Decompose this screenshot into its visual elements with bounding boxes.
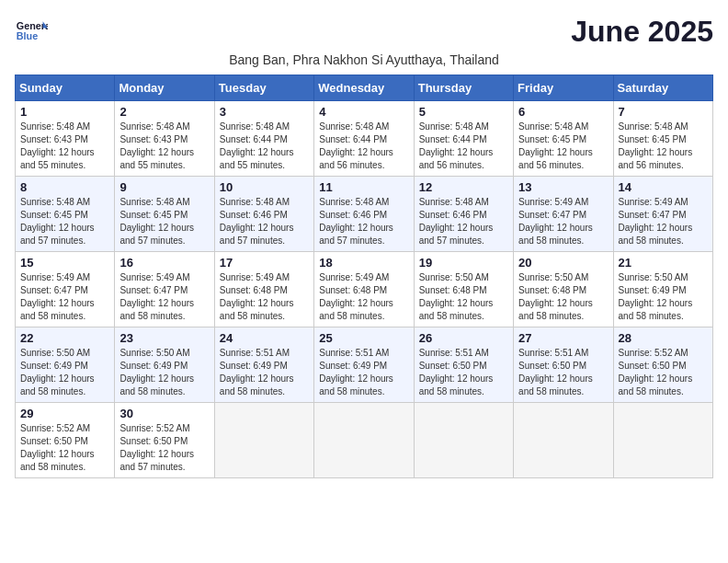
day-number: 27	[518, 331, 608, 345]
day-number: 1	[20, 105, 109, 119]
day-info: Sunrise: 5:49 AMSunset: 6:47 PMDaylight:…	[119, 272, 194, 321]
day-info: Sunrise: 5:48 AMSunset: 6:44 PMDaylight:…	[220, 121, 294, 170]
day-info: Sunrise: 5:48 AMSunset: 6:45 PMDaylight:…	[619, 121, 693, 170]
day-info: Sunrise: 5:49 AMSunset: 6:47 PMDaylight:…	[518, 197, 593, 246]
day-info: Sunrise: 5:51 AMSunset: 6:49 PMDaylight:…	[220, 348, 294, 396]
day-info: Sunrise: 5:48 AMSunset: 6:45 PMDaylight:…	[518, 121, 593, 170]
logo-icon: General Blue	[15, 15, 48, 48]
day-number: 12	[419, 180, 508, 194]
day-info: Sunrise: 5:48 AMSunset: 6:46 PMDaylight:…	[419, 197, 494, 246]
day-info: Sunrise: 5:49 AMSunset: 6:48 PMDaylight:…	[220, 272, 294, 321]
table-row: 15 Sunrise: 5:49 AMSunset: 6:47 PMDaylig…	[16, 252, 115, 327]
day-number: 5	[419, 105, 508, 119]
col-sunday: Sunday	[16, 75, 115, 101]
table-row	[214, 403, 313, 478]
day-number: 23	[119, 331, 209, 345]
table-row: 23 Sunrise: 5:50 AMSunset: 6:49 PMDaylig…	[115, 327, 214, 403]
day-info: Sunrise: 5:50 AMSunset: 6:48 PMDaylight:…	[419, 272, 494, 321]
table-row: 13 Sunrise: 5:49 AMSunset: 6:47 PMDaylig…	[514, 177, 613, 252]
day-number: 26	[419, 331, 508, 345]
table-row	[414, 403, 513, 478]
day-number: 4	[319, 105, 408, 119]
day-number: 16	[119, 256, 209, 270]
table-row: 16 Sunrise: 5:49 AMSunset: 6:47 PMDaylig…	[115, 252, 214, 327]
day-number: 22	[20, 331, 109, 345]
table-row: 27 Sunrise: 5:51 AMSunset: 6:50 PMDaylig…	[514, 327, 613, 403]
table-row: 4 Sunrise: 5:48 AMSunset: 6:44 PMDayligh…	[314, 101, 414, 177]
day-number: 15	[20, 256, 109, 270]
calendar-row: 22 Sunrise: 5:50 AMSunset: 6:49 PMDaylig…	[16, 327, 713, 403]
page-subtitle: Bang Ban, Phra Nakhon Si Ayutthaya, Thai…	[15, 52, 713, 67]
col-saturday: Saturday	[613, 75, 712, 101]
day-number: 8	[20, 180, 109, 194]
table-row: 25 Sunrise: 5:51 AMSunset: 6:49 PMDaylig…	[314, 327, 414, 403]
table-row: 24 Sunrise: 5:51 AMSunset: 6:49 PMDaylig…	[214, 327, 313, 403]
col-tuesday: Tuesday	[214, 75, 313, 101]
day-info: Sunrise: 5:48 AMSunset: 6:44 PMDaylight:…	[319, 121, 393, 170]
day-info: Sunrise: 5:49 AMSunset: 6:48 PMDaylight:…	[319, 272, 393, 321]
col-monday: Monday	[115, 75, 214, 101]
day-number: 10	[220, 180, 309, 194]
table-row: 5 Sunrise: 5:48 AMSunset: 6:44 PMDayligh…	[414, 101, 513, 177]
table-row: 2 Sunrise: 5:48 AMSunset: 6:43 PMDayligh…	[115, 101, 214, 177]
day-info: Sunrise: 5:49 AMSunset: 6:47 PMDaylight:…	[20, 272, 95, 321]
day-info: Sunrise: 5:50 AMSunset: 6:49 PMDaylight:…	[20, 348, 95, 396]
calendar-row: 15 Sunrise: 5:49 AMSunset: 6:47 PMDaylig…	[16, 252, 713, 327]
table-row: 20 Sunrise: 5:50 AMSunset: 6:48 PMDaylig…	[514, 252, 613, 327]
day-info: Sunrise: 5:51 AMSunset: 6:49 PMDaylight:…	[319, 348, 393, 396]
table-row: 7 Sunrise: 5:48 AMSunset: 6:45 PMDayligh…	[613, 101, 712, 177]
table-row	[314, 403, 414, 478]
day-info: Sunrise: 5:49 AMSunset: 6:47 PMDaylight:…	[619, 197, 693, 246]
day-info: Sunrise: 5:51 AMSunset: 6:50 PMDaylight:…	[419, 348, 494, 396]
day-number: 30	[119, 407, 209, 420]
page-title: June 2025	[571, 15, 713, 49]
table-row: 12 Sunrise: 5:48 AMSunset: 6:46 PMDaylig…	[414, 177, 513, 252]
day-info: Sunrise: 5:48 AMSunset: 6:44 PMDaylight:…	[419, 121, 494, 170]
day-info: Sunrise: 5:48 AMSunset: 6:46 PMDaylight:…	[220, 197, 294, 246]
day-number: 9	[119, 180, 209, 194]
table-row: 26 Sunrise: 5:51 AMSunset: 6:50 PMDaylig…	[414, 327, 513, 403]
day-info: Sunrise: 5:48 AMSunset: 6:45 PMDaylight:…	[20, 197, 95, 246]
day-number: 17	[220, 256, 309, 270]
table-row: 22 Sunrise: 5:50 AMSunset: 6:49 PMDaylig…	[16, 327, 115, 403]
day-info: Sunrise: 5:52 AMSunset: 6:50 PMDaylight:…	[119, 423, 194, 472]
day-number: 6	[518, 105, 608, 119]
day-info: Sunrise: 5:48 AMSunset: 6:43 PMDaylight:…	[20, 121, 95, 170]
day-number: 19	[419, 256, 508, 270]
day-number: 28	[619, 331, 708, 345]
day-info: Sunrise: 5:48 AMSunset: 6:46 PMDaylight:…	[319, 197, 393, 246]
day-number: 2	[119, 105, 209, 119]
page-header: General Blue June 2025	[15, 15, 713, 49]
table-row: 30 Sunrise: 5:52 AMSunset: 6:50 PMDaylig…	[115, 403, 214, 478]
day-info: Sunrise: 5:50 AMSunset: 6:48 PMDaylight:…	[518, 272, 593, 321]
table-row: 14 Sunrise: 5:49 AMSunset: 6:47 PMDaylig…	[613, 177, 712, 252]
col-thursday: Thursday	[414, 75, 513, 101]
day-info: Sunrise: 5:50 AMSunset: 6:49 PMDaylight:…	[119, 348, 194, 396]
table-row: 3 Sunrise: 5:48 AMSunset: 6:44 PMDayligh…	[214, 101, 313, 177]
col-friday: Friday	[514, 75, 613, 101]
table-row: 17 Sunrise: 5:49 AMSunset: 6:48 PMDaylig…	[214, 252, 313, 327]
table-row: 9 Sunrise: 5:48 AMSunset: 6:45 PMDayligh…	[115, 177, 214, 252]
day-number: 11	[319, 180, 408, 194]
day-number: 3	[220, 105, 309, 119]
calendar-table: Sunday Monday Tuesday Wednesday Thursday…	[15, 75, 713, 478]
day-info: Sunrise: 5:48 AMSunset: 6:43 PMDaylight:…	[119, 121, 194, 170]
svg-text:Blue: Blue	[17, 30, 38, 41]
day-info: Sunrise: 5:50 AMSunset: 6:49 PMDaylight:…	[619, 272, 693, 321]
table-row: 6 Sunrise: 5:48 AMSunset: 6:45 PMDayligh…	[514, 101, 613, 177]
day-number: 18	[319, 256, 408, 270]
day-number: 29	[20, 407, 109, 420]
table-row: 1 Sunrise: 5:48 AMSunset: 6:43 PMDayligh…	[16, 101, 115, 177]
day-number: 21	[619, 256, 708, 270]
calendar-row: 1 Sunrise: 5:48 AMSunset: 6:43 PMDayligh…	[16, 101, 713, 177]
calendar-row: 8 Sunrise: 5:48 AMSunset: 6:45 PMDayligh…	[16, 177, 713, 252]
col-wednesday: Wednesday	[314, 75, 414, 101]
table-row	[514, 403, 613, 478]
table-row: 29 Sunrise: 5:52 AMSunset: 6:50 PMDaylig…	[16, 403, 115, 478]
day-number: 20	[518, 256, 608, 270]
table-row: 18 Sunrise: 5:49 AMSunset: 6:48 PMDaylig…	[314, 252, 414, 327]
calendar-header-row: Sunday Monday Tuesday Wednesday Thursday…	[16, 75, 713, 101]
day-number: 14	[619, 180, 708, 194]
table-row: 8 Sunrise: 5:48 AMSunset: 6:45 PMDayligh…	[16, 177, 115, 252]
table-row: 21 Sunrise: 5:50 AMSunset: 6:49 PMDaylig…	[613, 252, 712, 327]
